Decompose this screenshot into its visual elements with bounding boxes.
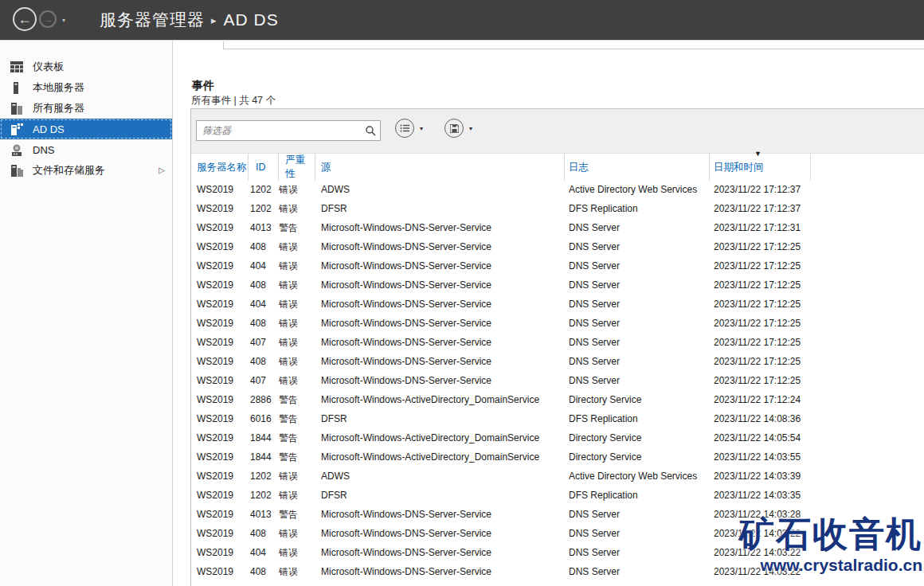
table-row[interactable]: WS2019407错误Microsoft-Windows-DNS-Server-… [191,333,924,352]
cell-server: WS2019 [191,566,249,577]
cell-severity: 错误 [279,374,315,388]
table-row[interactable]: WS20194013警告Microsoft-Windows-DNS-Server… [191,505,924,524]
cell-log: Active Directory Web Services [565,184,710,195]
table-row[interactable]: WS20191202错误DFSRDFS Replication2023/11/2… [191,486,924,505]
column-header-severity[interactable]: 严重性 [279,154,315,181]
table-row[interactable]: WS2019404错误Microsoft-Windows-DNS-Server-… [191,256,924,275]
sidebar-item-dns[interactable]: DNS [0,139,172,160]
view-options-button[interactable] [395,119,414,138]
cell-severity: 错误 [279,202,315,216]
table-row[interactable]: WS20191844警告Microsoft-Windows-ActiveDire… [191,447,924,467]
events-table-body: WS20191202错误ADWSActive Directory Web Ser… [191,173,924,581]
page-title: AD DS [224,10,279,29]
table-row[interactable]: WS20191202错误ADWSActive Directory Web Ser… [191,180,924,199]
cell-datetime: 2023/11/22 14:03:35 [710,490,811,501]
ad-ds-icon [10,123,26,135]
cell-log: DNS Server [565,222,710,233]
save-query-dropdown[interactable]: ▾ [469,125,472,132]
cell-log: DNS Server [565,509,710,520]
cell-log: DNS Server [565,299,710,310]
cell-id: 408 [249,318,279,329]
table-row[interactable]: WS2019407错误Microsoft-Windows-DNS-Server-… [191,371,924,390]
table-row[interactable]: WS20196016警告DFSRDFS Replication2023/11/2… [191,409,924,428]
expand-chevron-icon[interactable]: ▷ [159,166,165,174]
save-query-button[interactable] [444,119,464,138]
cell-datetime: 2023/11/22 17:12:24 [710,394,811,405]
sidebar-item-local-server[interactable]: 本地服务器 [0,77,172,98]
cell-datetime: 2023/11/22 17:12:25 [710,337,811,348]
cell-server: WS2019 [191,241,249,252]
table-row[interactable]: WS2019408错误Microsoft-Windows-DNS-Server-… [191,237,924,256]
all-servers-icon [10,102,26,115]
filter-input[interactable] [196,120,381,141]
local-server-icon [10,81,26,94]
cell-id: 408 [249,241,279,252]
cell-log: DNS Server [565,566,710,577]
cell-severity: 错误 [279,279,315,292]
cell-id: 404 [249,299,279,310]
cell-server: WS2019 [191,451,249,463]
cell-severity: 错误 [279,183,315,197]
events-section-title: 事件 [192,79,214,93]
view-options-dropdown[interactable]: ▾ [420,125,423,132]
column-header-server[interactable]: 服务器名称 [191,154,249,181]
cell-datetime: 2023/11/22 17:12:25 [710,375,811,386]
cell-source: Microsoft-Windows-DNS-Server-Service [315,375,565,386]
sidebar-item-file-storage[interactable]: 文件和存储服务 ▷ [0,160,172,181]
table-row[interactable]: WS2019408错误Microsoft-Windows-DNS-Server-… [191,314,924,333]
table-row[interactable]: WS20191202错误ADWSActive Directory Web Ser… [191,467,924,486]
column-header-datetime[interactable]: 日期和时间 ▼ [710,154,811,181]
cell-server: WS2019 [191,375,249,386]
cell-id: 404 [249,260,279,272]
table-row[interactable]: WS20194013警告Microsoft-Windows-DNS-Server… [191,218,924,237]
cell-server: WS2019 [191,318,249,329]
table-row[interactable]: WS20192886警告Microsoft-Windows-ActiveDire… [191,390,924,409]
app-title: 服务器管理器 [100,10,205,29]
cell-log: DNS Server [565,375,710,386]
column-header-source[interactable]: 源 [315,154,565,181]
nav-history-dropdown[interactable]: ▾ [62,17,65,24]
cell-datetime: 2023/11/22 14:03:28 [710,509,811,520]
cell-datetime: 2023/11/22 17:12:31 [710,222,811,233]
table-row[interactable]: WS2019408错误Microsoft-Windows-DNS-Server-… [191,275,924,295]
table-row[interactable]: WS20191844警告Microsoft-Windows-ActiveDire… [191,428,924,447]
cell-server: WS2019 [191,299,249,310]
filter-field-wrap [196,120,381,141]
file-storage-icon [10,164,26,177]
table-row[interactable]: WS2019408错误Microsoft-Windows-DNS-Server-… [191,524,924,543]
cell-log: Directory Service [565,451,710,463]
cell-id: 407 [249,375,279,386]
cell-severity: 错误 [279,240,315,254]
forward-button[interactable]: → [39,10,57,28]
cell-source: Microsoft-Windows-DNS-Server-Service [315,566,565,577]
sidebar-item-dashboard[interactable]: 仪表板 [0,57,172,77]
cell-log: DFS Replication [565,203,710,214]
sidebar-item-ad-ds[interactable]: AD DS [0,119,172,139]
cell-id: 2886 [249,394,279,405]
cell-severity: 错误 [279,260,315,273]
back-button[interactable]: ← [13,7,37,31]
table-row[interactable]: WS2019404错误Microsoft-Windows-DNS-Server-… [191,543,924,562]
events-count-subtitle: 所有事件 | 共 47 个 [191,94,276,107]
back-arrow-icon: ← [18,11,32,28]
table-row[interactable]: WS2019408错误Microsoft-Windows-DNS-Server-… [191,352,924,371]
table-row[interactable]: WS2019408错误Microsoft-Windows-DNS-Server-… [191,562,924,581]
table-row[interactable]: WS2019404错误Microsoft-Windows-DNS-Server-… [191,295,924,314]
breadcrumb: 服务器管理器▸AD DS [100,9,279,31]
column-header-filler [811,154,924,181]
table-row[interactable]: WS20191202错误DFSRDFS Replication2023/11/2… [191,199,924,218]
cell-source: ADWS [315,184,565,195]
cell-log: DNS Server [565,337,710,348]
column-header-log[interactable]: 日志 [565,154,710,181]
cell-id: 407 [249,337,279,348]
cell-log: DNS Server [565,260,710,272]
cell-id: 408 [249,356,279,367]
cell-server: WS2019 [191,547,249,558]
cell-log: DNS Server [565,547,710,558]
cell-severity: 错误 [279,317,315,330]
cell-id: 408 [249,279,279,291]
sidebar-item-all-servers[interactable]: 所有服务器 [0,98,172,119]
column-header-id[interactable]: ID [249,154,279,181]
cell-id: 4013 [249,222,279,233]
cell-id: 1844 [249,451,279,463]
